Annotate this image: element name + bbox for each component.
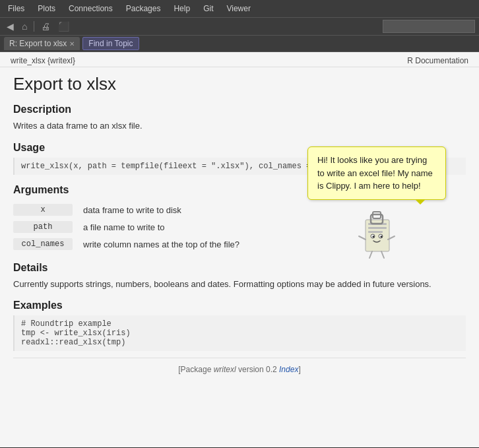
menu-help[interactable]: Help — [171, 3, 193, 15]
doc-title: Export to xlsx — [13, 74, 466, 94]
details-text: Currently supports strings, numbers, boo… — [13, 278, 466, 291]
export-button[interactable]: ⬛ — [55, 20, 72, 32]
clippy-text: Hi! It looks like you are trying to writ… — [317, 155, 433, 191]
doc-content: Export to xlsx Description Writes a data… — [0, 67, 479, 394]
svg-point-8 — [373, 236, 375, 238]
svg-line-12 — [369, 251, 372, 258]
toolbar-divider — [34, 21, 34, 32]
menu-files[interactable]: Files — [5, 3, 27, 15]
arg-name-path: path — [13, 221, 73, 233]
examples-code: # Roundtrip example tmp <- write_xlsx(ir… — [13, 315, 466, 351]
svg-line-13 — [381, 251, 384, 258]
footer-index-link[interactable]: Index — [279, 365, 298, 374]
doc-area: write_xlsx {writexl} R Documentation Exp… — [0, 52, 479, 447]
svg-rect-2 — [368, 227, 387, 229]
footer-prefix: [Package — [178, 365, 213, 374]
svg-line-10 — [359, 236, 366, 240]
section-details-heading: Details — [13, 262, 466, 274]
section-examples-heading: Examples — [13, 300, 466, 311]
package-ref: write_xlsx {writexl} — [11, 56, 75, 65]
back-button[interactable]: ◀ — [4, 20, 16, 32]
footer-package-name: writexl — [214, 365, 236, 374]
menu-plots[interactable]: Plots — [35, 3, 58, 15]
svg-rect-3 — [368, 231, 383, 233]
home-button[interactable]: ⌂ — [19, 20, 30, 32]
clippy-figure — [354, 200, 400, 259]
menu-git[interactable]: Git — [201, 3, 216, 15]
menu-bar: Files Plots Connections Packages Help Gi… — [0, 0, 479, 18]
footer-suffix: ] — [298, 365, 300, 374]
find-in-topic-button[interactable]: Find in Topic — [82, 37, 139, 50]
clippy-container: Hi! It looks like you are trying to writ… — [307, 146, 446, 259]
section-description-heading: Description — [13, 104, 466, 115]
arg-name-col-names: col_names — [13, 238, 73, 250]
r-doc-label: R Documentation — [407, 56, 468, 65]
tab-label: R: Export to xlsx — [9, 39, 67, 48]
svg-point-9 — [381, 236, 383, 238]
arg-name-x: x — [13, 204, 73, 216]
menu-packages[interactable]: Packages — [123, 3, 164, 15]
description-text: Writes a data frame to an xlsx file. — [13, 119, 466, 133]
menu-connections[interactable]: Connections — [66, 3, 115, 15]
clippy-bubble: Hi! It looks like you are trying to writ… — [307, 146, 446, 200]
search-input[interactable] — [383, 20, 475, 33]
doc-header: write_xlsx {writexl} R Documentation — [0, 52, 479, 67]
tab-bar: R: Export to xlsx ✕ Find in Topic — [0, 36, 479, 52]
menu-viewer[interactable]: Viewer — [224, 3, 253, 15]
toolbar: ◀ ⌂ 🖨 ⬛ — [0, 18, 479, 36]
tab-close-icon[interactable]: ✕ — [69, 40, 75, 48]
doc-footer: [Package writexl version 0.2 Index] — [13, 358, 466, 381]
print-button[interactable]: 🖨 — [38, 20, 53, 32]
tab-export-xlsx[interactable]: R: Export to xlsx ✕ — [4, 37, 80, 50]
footer-version: version 0.2 — [236, 365, 279, 374]
